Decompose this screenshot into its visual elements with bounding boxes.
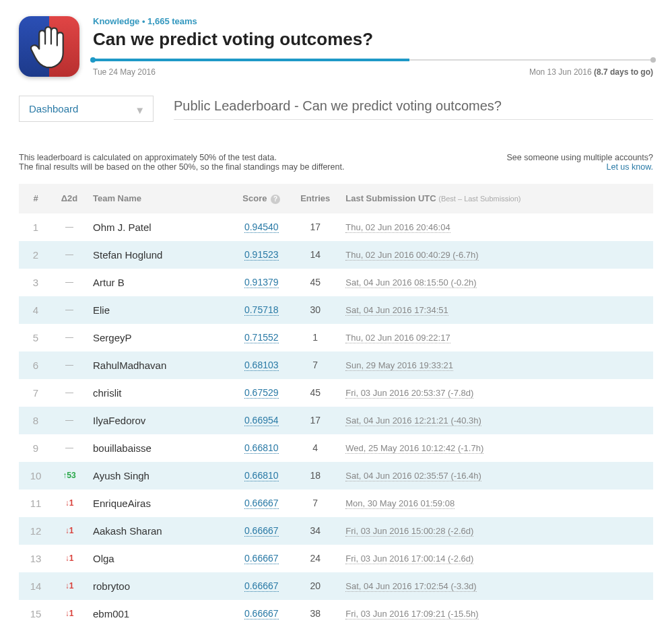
team-name-cell[interactable]: Aakash Sharan xyxy=(86,517,231,545)
table-row: 12↓1Aakash Sharan0.6666734Fri, 03 Jun 20… xyxy=(19,517,653,545)
entries-cell: 17 xyxy=(292,213,339,241)
entries-cell: 34 xyxy=(292,517,339,545)
entries-cell: 1 xyxy=(292,324,339,351)
breadcrumb[interactable]: Knowledge • 1,665 teams xyxy=(93,16,653,26)
entries-cell: 7 xyxy=(292,351,339,379)
entries-cell: 45 xyxy=(292,379,339,407)
score-cell: 0.66667 xyxy=(231,517,292,545)
last-submission-cell: Sat, 04 Jun 2016 02:35:57 (-16.4h) xyxy=(339,462,653,490)
delta-cell: — xyxy=(53,213,86,241)
arrow-up-icon: ↑53 xyxy=(63,471,75,480)
last-submission-cell: Thu, 02 Jun 2016 20:46:04 xyxy=(339,213,653,241)
score-cell: 0.66810 xyxy=(231,434,292,462)
col-delta: Δ2d xyxy=(53,184,86,213)
arrow-down-icon: ↓1 xyxy=(65,609,74,618)
entries-cell: 38 xyxy=(292,600,339,628)
table-row: 10↑53Ayush Singh0.6681018Sat, 04 Jun 201… xyxy=(19,462,653,490)
arrow-down-icon: ↓1 xyxy=(65,498,74,508)
team-name-cell[interactable]: Ayush Singh xyxy=(86,462,231,490)
score-link[interactable]: 0.66810 xyxy=(244,442,279,454)
rank-cell: 15 xyxy=(19,600,53,628)
rank-cell: 5 xyxy=(19,324,53,351)
last-submission-cell: Sat, 04 Jun 2016 08:15:50 (-0.2h) xyxy=(339,269,653,296)
score-link[interactable]: 0.66667 xyxy=(244,580,279,592)
table-row: 1—Ohm J. Patel0.9454017Thu, 02 Jun 2016 … xyxy=(19,213,653,241)
table-row: 5—SergeyP0.715521Thu, 02 Jun 2016 09:22:… xyxy=(19,324,653,351)
team-name-cell[interactable]: robrytoo xyxy=(86,572,231,600)
score-link[interactable]: 0.91523 xyxy=(244,249,279,261)
col-score: Score ? xyxy=(231,184,292,213)
score-cell: 0.91379 xyxy=(231,269,292,296)
last-submission-cell: Sat, 04 Jun 2016 12:21:21 (-40.3h) xyxy=(339,407,653,434)
team-name-cell[interactable]: Olga xyxy=(86,545,231,572)
team-name-cell[interactable]: bouillabaisse xyxy=(86,434,231,462)
team-name-cell[interactable]: Elie xyxy=(86,296,231,324)
table-row: 13↓1Olga0.6666724Fri, 03 Jun 2016 17:00:… xyxy=(19,545,653,572)
section-dropdown[interactable]: Dashboard ▼ xyxy=(19,96,154,122)
entries-cell: 18 xyxy=(292,462,339,490)
score-link[interactable]: 0.71552 xyxy=(244,332,279,343)
table-row: 6—RahulMadhavan0.681037Sun, 29 May 2016 … xyxy=(19,351,653,379)
score-cell: 0.75718 xyxy=(231,296,292,324)
delta-cell: — xyxy=(53,379,86,407)
score-link[interactable]: 0.66667 xyxy=(244,525,279,537)
last-submission-cell: Thu, 02 Jun 2016 09:22:17 xyxy=(339,324,653,351)
rank-cell: 10 xyxy=(19,462,53,490)
last-submission-cell: Thu, 02 Jun 2016 00:40:29 (-6.7h) xyxy=(339,241,653,269)
team-name-cell[interactable]: IlyaFedorov xyxy=(86,407,231,434)
rank-cell: 12 xyxy=(19,517,53,545)
table-row: 14↓1robrytoo0.6666720Sat, 04 Jun 2016 17… xyxy=(19,572,653,600)
team-name-cell[interactable]: RahulMadhavan xyxy=(86,351,231,379)
page-title: Can we predict voting outcomes? xyxy=(93,29,653,50)
delta-cell: — xyxy=(53,296,86,324)
score-link[interactable]: 0.91379 xyxy=(244,277,279,288)
rank-cell: 1 xyxy=(19,213,53,241)
team-name-cell[interactable]: ebm001 xyxy=(86,600,231,628)
team-name-cell[interactable]: chrislit xyxy=(86,379,231,407)
score-cell: 0.66954 xyxy=(231,407,292,434)
entries-cell: 24 xyxy=(292,545,339,572)
delta-cell: — xyxy=(53,407,86,434)
last-submission-cell: Sat, 04 Jun 2016 17:02:54 (-3.3d) xyxy=(339,572,653,600)
delta-cell: ↓1 xyxy=(53,600,86,628)
col-entries: Entries xyxy=(292,184,339,213)
team-name-cell[interactable]: EnriqueAiras xyxy=(86,490,231,517)
team-name-cell[interactable]: Artur B xyxy=(86,269,231,296)
score-cell: 0.91523 xyxy=(231,241,292,269)
score-link[interactable]: 0.66667 xyxy=(244,498,279,509)
rank-cell: 14 xyxy=(19,572,53,600)
arrow-down-icon: ↓1 xyxy=(65,553,74,563)
last-submission-cell: Sat, 04 Jun 2016 17:34:51 xyxy=(339,296,653,324)
score-link[interactable]: 0.67529 xyxy=(244,387,279,399)
table-row: 8—IlyaFedorov0.6695417Sat, 04 Jun 2016 1… xyxy=(19,407,653,434)
score-cell: 0.66667 xyxy=(231,572,292,600)
score-link[interactable]: 0.66954 xyxy=(244,415,279,426)
last-submission-cell: Fri, 03 Jun 2016 17:00:14 (-2.6d) xyxy=(339,545,653,572)
delta-cell: — xyxy=(53,351,86,379)
col-last: Last Submission UTC (Best – Last Submiss… xyxy=(339,184,653,213)
score-link[interactable]: 0.94540 xyxy=(244,222,279,233)
score-link[interactable]: 0.68103 xyxy=(244,360,279,371)
table-row: 11↓1EnriqueAiras0.666677Mon, 30 May 2016… xyxy=(19,490,653,517)
table-row: 3—Artur B0.9137945Sat, 04 Jun 2016 08:15… xyxy=(19,269,653,296)
team-name-cell[interactable]: Stefan Hoglund xyxy=(86,241,231,269)
delta-cell: ↑53 xyxy=(53,462,86,490)
score-cell: 0.71552 xyxy=(231,324,292,351)
team-name-cell[interactable]: SergeyP xyxy=(86,324,231,351)
let-us-know-link[interactable]: Let us know. xyxy=(607,162,654,172)
rank-cell: 3 xyxy=(19,269,53,296)
rank-cell: 8 xyxy=(19,407,53,434)
team-name-cell[interactable]: Ohm J. Patel xyxy=(86,213,231,241)
rank-cell: 7 xyxy=(19,379,53,407)
score-link[interactable]: 0.75718 xyxy=(244,304,279,316)
score-link[interactable]: 0.66667 xyxy=(244,553,279,564)
arrow-down-icon: ↓1 xyxy=(65,526,74,535)
rank-cell: 6 xyxy=(19,351,53,379)
entries-cell: 4 xyxy=(292,434,339,462)
score-link[interactable]: 0.66667 xyxy=(244,608,279,619)
delta-cell: — xyxy=(53,269,86,296)
score-link[interactable]: 0.66810 xyxy=(244,470,279,481)
help-icon[interactable]: ? xyxy=(271,195,280,204)
col-rank: # xyxy=(19,184,53,213)
entries-cell: 45 xyxy=(292,269,339,296)
